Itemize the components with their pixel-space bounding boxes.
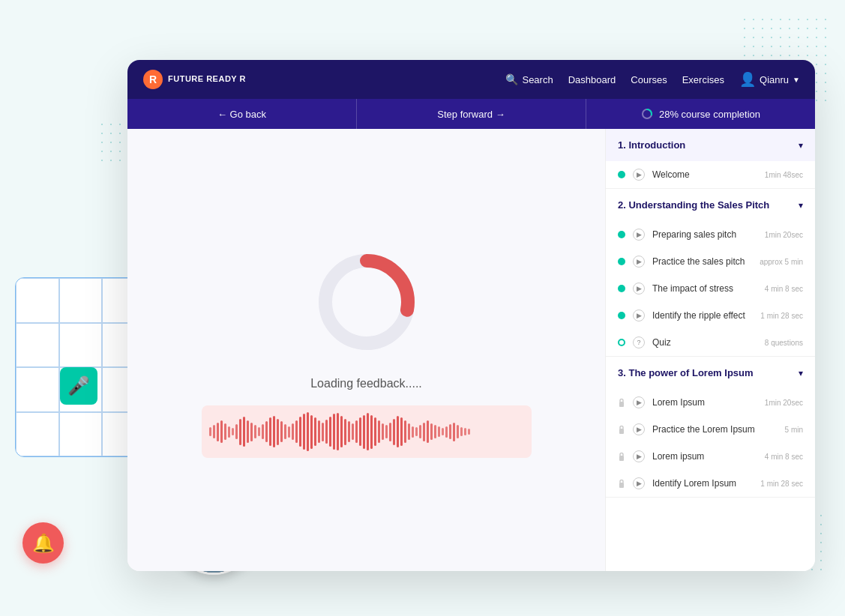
sidebar-section-intro-header[interactable]: 1. Introduction ▾ <box>606 129 815 161</box>
waveform-bar <box>352 423 354 440</box>
waveform-bar <box>344 419 346 445</box>
sidebar-item-ripple[interactable]: ▶ Identify the ripple effect 1 min 28 se… <box>606 302 815 329</box>
chevron-icon-s2: ▾ <box>799 200 803 211</box>
waveform-bar <box>265 421 268 442</box>
waveform-bar <box>389 423 391 441</box>
svg-text:R: R <box>149 73 157 85</box>
waveform-bar <box>464 428 466 435</box>
loading-feedback-text: Loading feedback..... <box>310 377 422 390</box>
waveform-bar <box>310 415 313 449</box>
waveform-bar <box>314 417 316 446</box>
dot-complete-prep <box>618 231 625 238</box>
item-time-welcome: 1min 48sec <box>765 171 803 179</box>
progress-text: 28% course completion <box>659 109 760 120</box>
section-intro-title: 1. Introduction <box>618 139 685 151</box>
item-label-quiz: Quiz <box>652 337 757 348</box>
donut-chart <box>307 242 427 362</box>
waveform-bar <box>423 423 425 441</box>
search-icon: 🔍 <box>505 73 518 85</box>
sidebar-item-lorem4: ▶ Identify Lorem Ipsum 1 min 28 sec <box>606 470 815 497</box>
waveform-bar <box>453 423 455 441</box>
go-back-button[interactable]: ← Go back <box>127 99 357 129</box>
waveform-bar <box>363 415 365 449</box>
sidebar-item-quiz[interactable]: ? Quiz 8 questions <box>606 329 815 356</box>
waveform-bar <box>438 426 440 437</box>
waveform-bar <box>427 420 429 443</box>
waveform-bar <box>434 425 436 438</box>
progress-circle-icon <box>641 108 653 120</box>
item-time-lorem3: 4 min 8 sec <box>765 453 803 461</box>
waveform-bar <box>329 417 331 447</box>
waveform-bar <box>213 425 215 438</box>
waveform-bar <box>382 423 384 440</box>
logo-title: FUTURE READY R <box>168 74 246 84</box>
item-time-prep: 1min 20sec <box>765 231 803 239</box>
chevron-icon-s1: ▾ <box>799 140 803 151</box>
waveform-bar <box>318 420 320 443</box>
waveform-bar <box>385 425 388 438</box>
waveform-bar <box>378 420 380 443</box>
waveform-bar <box>460 427 463 436</box>
waveform-bar <box>269 417 271 446</box>
play-icon-prep: ▶ <box>633 229 645 241</box>
sidebar-section-lorem: 3. The power of Lorem Ipsum ▾ ▶ Lorem Ip… <box>606 357 815 498</box>
dot-complete-ripple <box>618 312 625 319</box>
waveform-bar <box>374 417 376 446</box>
waveform-bar <box>295 420 298 443</box>
item-label-lorem3: Lorem ipsum <box>652 451 757 462</box>
waveform-bar <box>277 419 279 445</box>
play-icon-ripple: ▶ <box>633 309 645 321</box>
waveform-bar <box>217 423 219 441</box>
waveform-bar <box>209 427 211 436</box>
waveform-bar <box>307 412 309 451</box>
play-icon-lorem2: ▶ <box>633 423 645 435</box>
notification-bell[interactable]: 🔔 <box>22 522 64 564</box>
item-time-prac: approx 5 min <box>760 258 803 266</box>
waveform-bar <box>404 420 406 443</box>
dashboard-link[interactable]: Dashboard <box>568 74 616 85</box>
waveform-bar <box>220 420 223 443</box>
exercises-link[interactable]: Exercises <box>682 74 724 85</box>
sidebar-section-introduction: 1. Introduction ▾ ▶ Welcome 1min 48sec <box>606 129 815 189</box>
item-label-lorem1: Lorem Ipsum <box>652 397 757 408</box>
waveform-bar <box>235 424 238 439</box>
sidebar-item-preparing[interactable]: ▶ Preparing sales pitch 1min 20sec <box>606 221 815 248</box>
dot-locked-4 <box>618 480 625 487</box>
waveform-bar <box>273 416 275 447</box>
sidebar-item-stress[interactable]: ▶ The impact of stress 4 min 8 sec <box>606 275 815 302</box>
sidebar-section-sales-header[interactable]: 2. Understanding the Sales Pitch ▾ <box>606 189 815 221</box>
waveform-bar <box>400 417 403 446</box>
waveform-bar <box>415 427 418 436</box>
waveform-bar <box>284 424 286 439</box>
waveform-bar <box>340 416 343 447</box>
waveform-bar <box>449 424 451 439</box>
item-time-lorem1: 1min 20sec <box>765 399 803 407</box>
waveform-bar <box>258 427 260 436</box>
courses-link[interactable]: Courses <box>631 74 667 85</box>
progress-indicator: 28% course completion <box>586 99 815 129</box>
main-content: Loading feedback..... <box>127 129 605 571</box>
item-time-lorem2: 5 min <box>785 426 803 434</box>
waveform-bar <box>288 426 290 438</box>
waveform-bar <box>247 420 249 443</box>
waveform-bar <box>355 420 358 443</box>
sidebar-item-welcome[interactable]: ▶ Welcome 1min 48sec <box>606 161 815 188</box>
search-nav-item[interactable]: 🔍 Search <box>505 73 553 85</box>
play-icon-welcome: ▶ <box>633 169 645 181</box>
user-menu[interactable]: 👤 Qianru ▼ <box>739 71 800 88</box>
dot-outline-quiz <box>618 339 625 346</box>
section-sales-title: 2. Understanding the Sales Pitch <box>618 199 769 211</box>
play-icon-stress: ▶ <box>633 283 645 295</box>
waveform-bar <box>232 428 234 435</box>
chevron-down-icon: ▼ <box>793 76 800 84</box>
waveform-bar <box>359 417 361 446</box>
step-forward-button[interactable]: Step forward → <box>357 99 586 129</box>
waveform-bar <box>322 423 324 441</box>
sidebar-item-practice-sales[interactable]: ▶ Practice the sales pitch approx 5 min <box>606 248 815 275</box>
search-label: Search <box>522 74 553 85</box>
sidebar-section-lorem-header[interactable]: 3. The power of Lorem Ipsum ▾ <box>606 357 815 389</box>
item-label-lorem2: Practice the Lorem Ipsum <box>652 424 778 435</box>
sidebar-item-lorem3: ▶ Lorem ipsum 4 min 8 sec <box>606 443 815 470</box>
item-label-ripple: Identify the ripple effect <box>652 310 753 321</box>
waveform-bar <box>333 414 335 450</box>
